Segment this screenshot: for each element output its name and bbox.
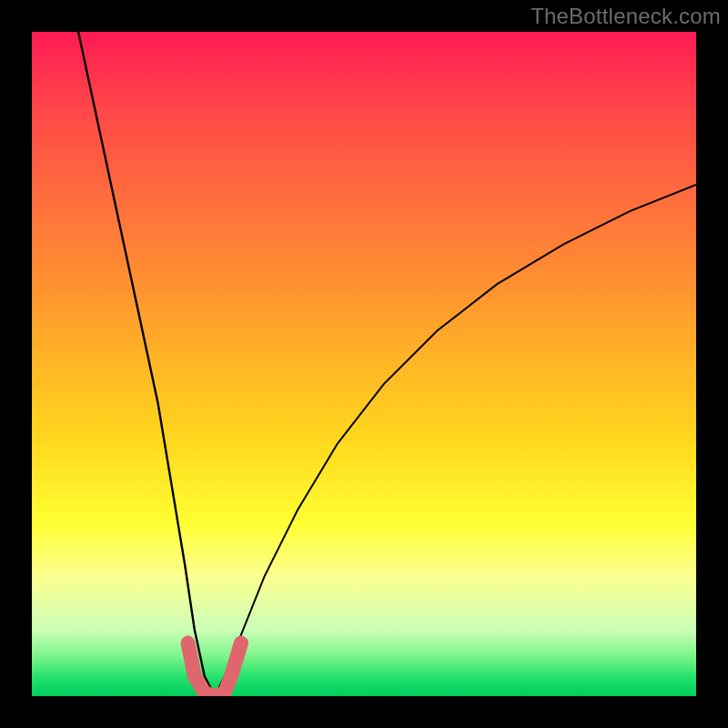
watermark-text: TheBottleneck.com — [531, 4, 721, 29]
trough-highlight — [188, 643, 241, 696]
curve-left-branch — [78, 32, 215, 696]
chart-svg — [32, 32, 696, 696]
curve-right-branch — [215, 185, 696, 696]
chart-frame: TheBottleneck.com — [0, 0, 728, 728]
plot-area — [32, 32, 696, 696]
